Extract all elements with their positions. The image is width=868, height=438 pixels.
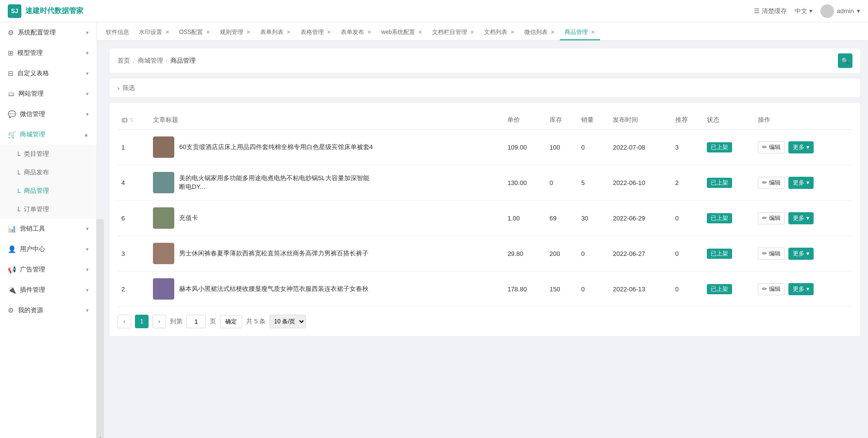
sidebar-collapse-toggle[interactable]: ‹ [96, 219, 104, 438]
sidebar-item-plugin-mgmt[interactable]: 🔌 插件管理 ▾ [0, 280, 97, 300]
tab-close-icon[interactable]: ✕ [246, 29, 250, 35]
breadcrumb-home[interactable]: 首页 [117, 56, 130, 65]
tab-软件信息[interactable]: 软件信息 [101, 25, 134, 40]
chevron-icon: ▾ [86, 91, 89, 97]
cell-status: 已上架 [703, 236, 754, 271]
tab-表格管理[interactable]: 表格管理✕ [296, 25, 336, 40]
product-title: 充值卡 [179, 214, 198, 222]
sidebar-item-system-config[interactable]: ⚙ 系统配置管理 ▾ [0, 22, 97, 43]
tab-表单列表[interactable]: 表单列表✕ [255, 25, 296, 40]
sort-icon[interactable]: ⇅ [130, 117, 134, 123]
tab-close-icon[interactable]: ✕ [367, 29, 371, 35]
cell-id: 2 [117, 271, 149, 307]
cell-recommend: 0 [671, 236, 703, 271]
sidebar-sub-item-product-publish[interactable]: L商品发布 [0, 163, 97, 182]
cell-sales: 0 [577, 130, 609, 165]
tab-文档栏目管理[interactable]: 文档栏目管理✕ [427, 25, 479, 40]
filter-section[interactable]: › 筛选 [110, 79, 860, 97]
more-button[interactable]: 更多 ▾ [788, 212, 813, 224]
sidebar-sub-item-category-mgmt[interactable]: L类目管理 [0, 145, 97, 163]
cell-sales: 0 [577, 271, 609, 307]
goto-confirm-btn[interactable]: 确定 [220, 315, 242, 328]
col-id: ID ⇅ [117, 111, 149, 130]
col-publish-time: 发布时间 [609, 111, 671, 130]
cell-publish-time: 2022-06-27 [609, 236, 671, 271]
tab-水印设置[interactable]: 水印设置✕ [134, 25, 174, 40]
tab-close-icon[interactable]: ✕ [551, 29, 555, 35]
tab-OSS配置[interactable]: OSS配置✕ [174, 25, 215, 40]
sidebar-item-marketing[interactable]: 📊 营销工具 ▾ [0, 219, 97, 239]
more-button[interactable]: 更多 ▾ [788, 248, 813, 260]
cell-recommend: 0 [671, 201, 703, 236]
tab-close-icon[interactable]: ✕ [165, 29, 169, 35]
tab-close-icon[interactable]: ✕ [591, 29, 595, 35]
cell-recommend: 3 [671, 130, 703, 165]
tab-close-icon[interactable]: ✕ [327, 29, 331, 35]
cell-actions: ✏ 编辑 更多 ▾ [754, 201, 852, 236]
tab-规则管理[interactable]: 规则管理✕ [215, 25, 255, 40]
sidebar-sub-item-product-mgmt[interactable]: L商品管理 [0, 182, 97, 200]
page-1-btn[interactable]: 1 [135, 315, 149, 328]
sidebar-icon-my-resources: ⚙ [8, 306, 14, 314]
sidebar-item-ad-mgmt[interactable]: 📢 广告管理 ▾ [0, 259, 97, 280]
user-area[interactable]: admin ▾ [820, 4, 860, 18]
sub-item-icon: L [17, 206, 21, 213]
logo-icon: SJ [8, 4, 21, 18]
page-unit-label: 页 [210, 317, 216, 326]
sidebar-label-system-config: 系统配置管理 [18, 28, 56, 37]
edit-button[interactable]: ✏ 编辑 [758, 248, 785, 260]
tab-文档列表[interactable]: 文档列表✕ [479, 25, 519, 40]
prev-page-btn[interactable]: ‹ [117, 315, 131, 328]
edit-button[interactable]: ✏ 编辑 [758, 212, 785, 224]
breadcrumb-shop[interactable]: 商城管理 [138, 56, 163, 65]
sidebar-item-custom-table[interactable]: ⊟ 自定义表格 ▾ [0, 63, 97, 84]
next-page-btn[interactable]: › [152, 315, 166, 328]
sidebar-label-plugin-mgmt: 插件管理 [20, 286, 45, 294]
table-row: 6 充值卡 1.00 69 30 2022-06-29 0 已上架 ✏ 编辑 更… [117, 201, 852, 236]
cell-price: 130.00 [503, 165, 546, 201]
cell-status: 已上架 [703, 165, 754, 201]
main-content: 首页 / 商城管理 / 商品管理 🔍 › 筛选 ID ⇅ 文章标 [102, 41, 868, 438]
sidebar-sub-item-order-mgmt[interactable]: L订单管理 [0, 200, 97, 219]
product-image [153, 278, 174, 300]
sidebar-item-my-resources[interactable]: ⚙ 我的资源 ▾ [0, 300, 97, 320]
tab-close-icon[interactable]: ✕ [470, 29, 474, 35]
edit-button[interactable]: ✏ 编辑 [758, 177, 785, 189]
more-button[interactable]: 更多 ▾ [788, 177, 813, 189]
tab-bar: 软件信息水印设置✕OSS配置✕规则管理✕表单列表✕表格管理✕表单发布✕web系统… [97, 22, 868, 41]
edit-button[interactable]: ✏ 编辑 [758, 141, 785, 153]
chevron-icon: ▾ [86, 246, 89, 253]
cell-actions: ✏ 编辑 更多 ▾ [754, 236, 852, 271]
sidebar-item-site-mgmt[interactable]: 🗂 网站管理 ▾ [0, 84, 97, 104]
cell-recommend: 0 [671, 271, 703, 307]
cell-price: 1.00 [503, 201, 546, 236]
sidebar-icon-plugin-mgmt: 🔌 [8, 286, 16, 294]
sidebar-item-user-center[interactable]: 👤 用户中心 ▾ [0, 239, 97, 259]
clear-cache-btn[interactable]: ☰ 清楚缓存 [754, 7, 787, 16]
sidebar-label-my-resources: 我的资源 [18, 306, 43, 315]
clear-cache-label: 清楚缓存 [762, 7, 787, 16]
tab-web系统配置[interactable]: web系统配置✕ [376, 25, 427, 40]
sidebar-label-wechat-mgmt: 微信管理 [20, 110, 45, 118]
more-button[interactable]: 更多 ▾ [788, 283, 813, 295]
sidebar-item-model-mgmt[interactable]: ⊞ 模型管理 ▾ [0, 43, 97, 63]
page-size-select[interactable]: 10 条/页 20 条/页 50 条/页 [269, 315, 306, 328]
tab-close-icon[interactable]: ✕ [286, 29, 291, 35]
sidebar-icon-user-center: 👤 [8, 245, 16, 253]
cell-stock: 150 [546, 271, 577, 307]
edit-button[interactable]: ✏ 编辑 [758, 283, 785, 295]
lang-selector[interactable]: 中文 ▾ [795, 7, 813, 16]
search-button[interactable]: 🔍 [838, 53, 852, 68]
sidebar-icon-custom-table: ⊟ [8, 69, 14, 77]
sub-item-icon: L [17, 187, 21, 194]
sidebar-item-wechat-mgmt[interactable]: 💬 微信管理 ▾ [0, 104, 97, 124]
tab-商品管理[interactable]: 商品管理✕ [560, 25, 600, 40]
tab-close-icon[interactable]: ✕ [206, 29, 210, 35]
tab-close-icon[interactable]: ✕ [418, 29, 422, 35]
tab-close-icon[interactable]: ✕ [510, 29, 515, 35]
tab-表单发布[interactable]: 表单发布✕ [336, 25, 376, 40]
sidebar-item-shop-mgmt[interactable]: 🛒 商城管理 ▲ [0, 124, 97, 145]
tab-微信列表[interactable]: 微信列表✕ [519, 25, 560, 40]
goto-page-input[interactable] [186, 315, 206, 328]
more-button[interactable]: 更多 ▾ [788, 141, 813, 153]
